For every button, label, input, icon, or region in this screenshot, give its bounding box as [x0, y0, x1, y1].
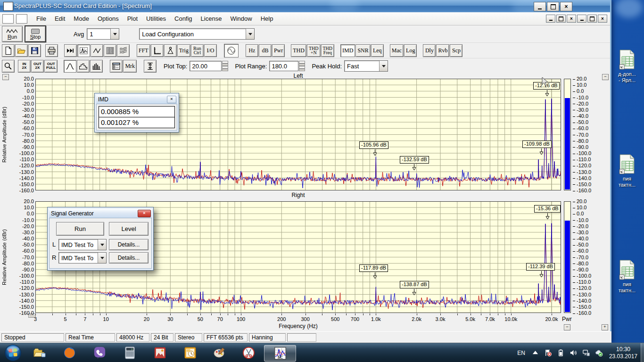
network-icon[interactable] [582, 349, 590, 357]
left-details-button[interactable]: Details... [109, 239, 149, 250]
plot-top-input[interactable] [190, 61, 222, 71]
stop-button[interactable]: Stop [25, 25, 46, 42]
desktop-icon-1[interactable]: пиятактн... [612, 154, 642, 188]
print-button[interactable] [45, 44, 58, 57]
child-minimize-button[interactable] [546, 15, 555, 23]
child-minimize-button-2[interactable] [577, 15, 586, 23]
amplitude-units-button[interactable]: dB [259, 44, 272, 57]
tray-expand-arrow-icon[interactable] [531, 349, 539, 357]
save-button[interactable] [28, 44, 41, 57]
taskbar-app-firefox[interactable] [60, 345, 78, 361]
signal-generator-titlebar[interactable]: Signal Generator × [49, 209, 152, 218]
calibration-button[interactable] [164, 44, 177, 57]
power-units-button[interactable]: Pwr [272, 44, 285, 57]
display-options-button[interactable] [110, 60, 123, 73]
octave-display-button[interactable] [77, 60, 90, 73]
plot-range-spinner[interactable] [299, 61, 305, 71]
battery-icon[interactable] [557, 349, 565, 357]
zoom-button[interactable] [2, 60, 15, 73]
generator-run-button[interactable]: Run [56, 222, 104, 236]
left-generator-select[interactable]: IMD Test To [58, 239, 107, 250]
cloud-sync-icon[interactable] [595, 349, 603, 357]
clock[interactable]: 10:30 23.03.2017 [609, 346, 637, 360]
leq-button[interactable]: Leq [371, 44, 384, 57]
child-restore-button[interactable] [556, 15, 566, 23]
child-close-button-2[interactable]: × [598, 15, 607, 23]
expand-pane-button[interactable]: + [602, 324, 608, 330]
taskbar-app-calculator[interactable]: 0 [121, 345, 139, 361]
taskbar-app-explorer[interactable] [30, 345, 48, 361]
menu-item-file[interactable]: File [32, 13, 50, 24]
mdi-window-icon[interactable] [16, 14, 27, 24]
volume-icon[interactable] [570, 349, 578, 357]
show-desktop-button[interactable] [641, 343, 644, 362]
logging-button[interactable]: Log [404, 44, 417, 57]
menu-item-help[interactable]: Help [256, 13, 278, 24]
desktop-icon-0[interactable]: д-доп...- Ярл... [612, 49, 642, 83]
desktop-icon-2[interactable]: пиятактн... [612, 259, 642, 294]
menu-item-edit[interactable]: Edit [50, 13, 69, 24]
start-button[interactable] [4, 344, 22, 362]
maximize-button[interactable] [547, 2, 559, 11]
menu-item-utilities[interactable]: Utilities [142, 13, 170, 24]
generator-level-button[interactable]: Level [109, 222, 149, 236]
scaling-button[interactable] [151, 44, 164, 57]
taskbar-app-scheduler[interactable] [181, 345, 199, 361]
menu-item-plot[interactable]: Plot [123, 13, 142, 24]
menu-item-window[interactable]: Window [226, 13, 256, 24]
close-button[interactable]: × [560, 2, 572, 11]
fft-settings-button[interactable]: FFT [137, 44, 150, 57]
scope-button[interactable]: Scp [450, 44, 462, 57]
frequency-units-button[interactable]: Hz [246, 44, 258, 57]
zoom-out-2x-button[interactable]: OUT2X [31, 60, 44, 73]
taskbar-app-picture-manager[interactable] [151, 345, 169, 361]
signal-generator-dialog[interactable]: Signal Generator × Run Level L IMD Test … [47, 207, 154, 271]
minimize-button[interactable] [534, 2, 546, 11]
child-close-button[interactable]: × [567, 15, 576, 23]
open-button[interactable] [15, 44, 28, 57]
menu-item-options[interactable]: Options [93, 13, 123, 24]
right-details-button[interactable]: Details... [109, 252, 149, 263]
zoom-out-full-button[interactable]: OUTFULL [44, 60, 58, 73]
load-configuration-select[interactable]: Load Configuration [139, 28, 255, 40]
action-center-flag-icon[interactable] [544, 349, 552, 357]
pwr-collapse-button[interactable]: − [564, 324, 570, 330]
thd-button[interactable]: THD [291, 44, 306, 57]
bar-display-button[interactable] [90, 60, 103, 73]
imd-dialog-close-button[interactable]: × [167, 96, 176, 103]
peak-hold-select[interactable]: Fast [344, 60, 388, 72]
markers-button[interactable]: Mrk [123, 60, 137, 73]
snr-button[interactable]: SNR [355, 44, 370, 57]
new-button[interactable] [2, 44, 15, 57]
mdi-window-icon[interactable] [2, 14, 14, 24]
run-control-button[interactable]: RunCtrl [191, 44, 204, 57]
run-button[interactable]: Run [2, 26, 23, 42]
taskbar-app-paint[interactable] [210, 345, 228, 361]
narrowband-display-button[interactable] [64, 60, 76, 73]
plot-range-input[interactable] [269, 61, 298, 71]
zoom-in-2x-button[interactable]: IN2X [18, 60, 31, 73]
vertical-range-button[interactable] [144, 60, 157, 73]
thd-plus-n-button[interactable]: THD+N [307, 44, 321, 57]
title-bar[interactable]: SpectraPLUS-SC Sound Card Edition - [Spe… [0, 0, 610, 12]
reverb-button[interactable]: Rvb [436, 44, 449, 57]
thd-freq-button[interactable]: THDFreq [321, 44, 335, 57]
macro-button[interactable]: Mac [390, 44, 404, 57]
waveform-view-button[interactable] [91, 44, 103, 57]
menu-item-mode[interactable]: Mode [69, 13, 93, 24]
plot-top-spinner[interactable] [222, 61, 228, 71]
data-transfer-button[interactable] [64, 44, 77, 57]
child-restore-button-2[interactable] [587, 15, 597, 23]
spectrogram-view-button[interactable] [104, 44, 116, 57]
taskbar-app-snipping-tool[interactable] [239, 345, 257, 361]
taskbar-app-spectraplus[interactable]: SC [264, 345, 296, 362]
imd-button[interactable]: IMD [340, 44, 355, 57]
imd-dialog[interactable]: IMD × 0.000885 % 0.001027 % [94, 93, 179, 132]
right-generator-select[interactable]: IMD Test To [58, 252, 107, 263]
delay-button[interactable]: Dly [423, 44, 436, 57]
collapse-pane-button-right[interactable]: − [602, 74, 609, 80]
trigger-button[interactable]: Trig [177, 44, 190, 57]
signal-generator-close-button[interactable]: × [138, 210, 151, 217]
imd-dialog-titlebar[interactable]: IMD × [96, 95, 177, 104]
surface-view-button[interactable] [117, 44, 130, 57]
